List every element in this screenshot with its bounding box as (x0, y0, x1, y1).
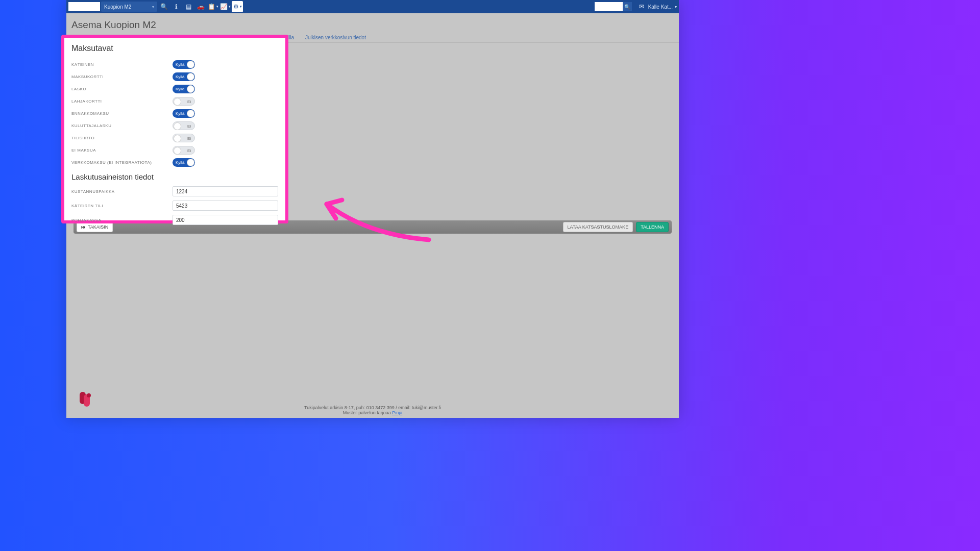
toggle-text: Ei (187, 122, 191, 131)
kateisen-tili-input[interactable] (173, 201, 278, 211)
payment-row-label: TILISIIRTO (71, 136, 173, 140)
toggle-text: Ei (187, 134, 191, 143)
brand-logo (68, 2, 100, 11)
toggle-knob-icon (174, 147, 181, 155)
toggle-text: Ei (187, 146, 191, 155)
payment-toggle[interactable]: Ei (173, 134, 195, 142)
mail-icon: ✉ (639, 3, 644, 10)
app-shell: Kuopion M2 ▾ 🔍 ℹ ▤ 🚗 📋▾ 📈▾ ⚙▾ 🔍 ✉ Kalle … (66, 0, 679, 418)
payment-row: LASKUKyllä (71, 83, 278, 95)
download-form-button[interactable]: LATAA KATSASTUSLOMAKE (563, 222, 633, 232)
payment-methods-heading: Maksutavat (71, 44, 278, 53)
toggle-knob-icon (187, 110, 194, 117)
gear-icon[interactable]: ⚙▾ (232, 1, 243, 12)
payment-toggle[interactable]: Kyllä (173, 85, 195, 93)
download-form-label: LATAA KATSASTUSLOMAKE (568, 224, 629, 230)
chevron-down-icon: ▾ (675, 5, 677, 9)
toggle-text: Kyllä (176, 109, 184, 118)
payment-row: ENNAKKOMAKSUKyllä (71, 107, 278, 119)
toggle-text: Kyllä (176, 72, 184, 81)
payment-row-label: LASKU (71, 87, 173, 91)
payment-toggle[interactable]: Ei (173, 121, 195, 130)
topbar-search: 🔍 (595, 2, 632, 11)
chevron-down-icon: ▾ (152, 5, 154, 9)
payment-toggle[interactable]: Kyllä (173, 60, 195, 69)
calendar-icon[interactable]: ▤ (183, 1, 194, 12)
payment-row-label: KÄTEINEN (71, 62, 173, 67)
footer-pinja-link[interactable]: Pinja (392, 410, 402, 415)
payment-toggle[interactable]: Kyllä (173, 109, 195, 118)
payment-row: KÄTEINENKyllä (71, 58, 278, 70)
payment-row: LAHJAKORTTIEi (71, 95, 278, 107)
chart-icon[interactable]: 📈▾ (219, 1, 231, 12)
save-button[interactable]: TALLENNA (636, 222, 669, 232)
billing-data-heading: Laskutusaineiston tiedot (71, 172, 278, 181)
payment-row: VERKKOMAKSU (EI INTEGRAATIOTA)Kyllä (71, 156, 278, 168)
pohjakassa-input[interactable] (173, 215, 278, 225)
payment-toggle[interactable]: Kyllä (173, 158, 195, 167)
save-button-label: TALLENNA (641, 224, 664, 230)
payment-toggle[interactable]: Ei (173, 146, 195, 155)
footer-line2a: Muster-palvelun tarjoaa (343, 410, 393, 415)
kustannuspaikka-label: KUSTANNUSPAIKKA (71, 189, 173, 194)
search-icon[interactable]: 🔍 (158, 1, 169, 12)
toggle-knob-icon (187, 159, 194, 166)
payment-row: TILISIIRTOEi (71, 132, 278, 144)
toggle-knob-icon (174, 135, 181, 142)
toggle-knob-icon (187, 85, 194, 93)
station-select-label: Kuopion M2 (104, 4, 131, 10)
user-menu[interactable]: ✉ Kalle Kat... ▾ (639, 3, 677, 10)
payment-row-label: VERKKOMAKSU (EI INTEGRAATIOTA) (71, 160, 173, 165)
footer: Tukipalvelut arkisin 8-17, puh: 010 3472… (66, 403, 679, 418)
toggle-text: Kyllä (176, 60, 184, 69)
payment-row-label: MAKSUKORTTI (71, 74, 173, 79)
payment-row: KULUTTAJALASKUEi (71, 119, 278, 132)
topbar-search-button[interactable]: 🔍 (623, 2, 632, 11)
topbar: Kuopion M2 ▾ 🔍 ℹ ▤ 🚗 📋▾ 📈▾ ⚙▾ 🔍 ✉ Kalle … (66, 0, 679, 13)
toggle-text: Kyllä (176, 158, 184, 167)
footer-line1: Tukipalvelut arkisin 8-17, puh: 010 3472… (304, 405, 441, 410)
kateisen-tili-label: KÄTEISEN TILI (71, 204, 173, 208)
toggle-knob-icon (187, 61, 194, 68)
info-icon[interactable]: ℹ (170, 1, 182, 12)
pohjakassa-label: POHJAKASSA (71, 218, 173, 222)
toggle-knob-icon (187, 73, 194, 81)
payment-row-label: ENNAKKOMAKSU (71, 111, 173, 116)
payment-row: MAKSUKORTTIKyllä (71, 70, 278, 83)
toggle-text: Kyllä (176, 85, 184, 93)
payment-row-label: KULUTTAJALASKU (71, 123, 173, 128)
clipboard-icon[interactable]: 📋▾ (207, 1, 218, 12)
user-name: Kalle Kat... (648, 4, 673, 10)
payment-toggle[interactable]: Kyllä (173, 72, 195, 81)
topbar-search-input[interactable] (595, 2, 623, 11)
toggle-text: Ei (187, 97, 191, 106)
payment-row-label: LAHJAKORTTI (71, 99, 173, 104)
payment-row-label: EI MAKSUA (71, 148, 173, 153)
station-select[interactable]: Kuopion M2 ▾ (101, 2, 157, 12)
payment-toggle[interactable]: Ei (173, 97, 195, 106)
kustannuspaikka-input[interactable] (173, 186, 278, 196)
payment-row: EI MAKSUAEi (71, 144, 278, 156)
car-icon[interactable]: 🚗 (195, 1, 206, 12)
payment-methods-panel: Maksutavat KÄTEINENKylläMAKSUKORTTIKyllä… (61, 35, 288, 223)
toggle-knob-icon (174, 122, 181, 130)
toggle-knob-icon (174, 98, 181, 106)
